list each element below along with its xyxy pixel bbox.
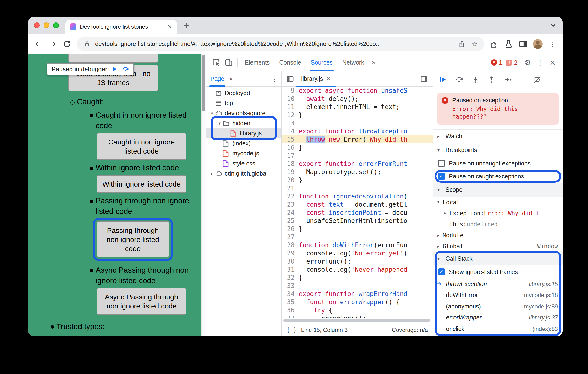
share-icon[interactable] — [458, 40, 466, 48]
line-number[interactable]: 16 — [282, 143, 299, 152]
code-line[interactable]: 13 — [282, 119, 433, 127]
address-bar[interactable]: devtools-ignore-list-stories.glitch.me/#… — [77, 37, 484, 51]
code-line[interactable]: 32} — [282, 274, 433, 282]
settings-gear-icon[interactable]: ⚙ — [522, 56, 534, 69]
tab-close-icon[interactable]: × — [166, 23, 173, 30]
call-stack-frame[interactable]: onclick(index):83 — [433, 323, 563, 334]
lock-icon[interactable] — [83, 40, 91, 48]
scope-expand-icon[interactable]: ▾ — [437, 200, 443, 204]
forward-icon[interactable] — [48, 40, 57, 48]
line-number[interactable]: 31 — [282, 266, 299, 274]
code-line[interactable]: 29 console.log('No error yet') — [282, 249, 433, 257]
overlay-resume-icon[interactable] — [112, 66, 118, 72]
side-panel-icon[interactable] — [519, 40, 527, 48]
issue-count-badge[interactable]: ! 2 — [506, 59, 517, 66]
browser-tab[interactable]: DevTools ignore list stories × — [65, 20, 177, 34]
call-stack-section-header[interactable]: ▾ Call Stack — [433, 252, 563, 266]
code-line[interactable]: 34export function wrapErrorHand — [282, 290, 433, 298]
breakpoint-checkbox[interactable]: ✓ — [438, 173, 445, 180]
devtools-close-icon[interactable]: × — [546, 56, 559, 69]
code-line[interactable]: 37 errorFunc(); — [282, 314, 433, 318]
toggle-navigator-panel-icon[interactable] — [284, 73, 296, 85]
line-number[interactable]: 14 — [282, 127, 299, 135]
minimize-window-button[interactable] — [43, 22, 49, 28]
line-number[interactable]: 10 — [282, 95, 299, 103]
step-out-icon[interactable] — [488, 75, 496, 84]
code-line[interactable]: 17 — [282, 152, 433, 160]
line-number[interactable]: 11 — [282, 103, 299, 111]
code-line[interactable]: 12} — [282, 111, 433, 119]
new-tab-button[interactable]: + — [183, 21, 190, 30]
file-tree-item[interactable]: ▾hidden — [206, 118, 281, 128]
code-line[interactable]: 20} — [282, 176, 433, 184]
code-line[interactable]: 30 errorFunc(); — [282, 257, 433, 266]
code-editor[interactable]: 9export async function unsafeS10 await d… — [282, 86, 433, 318]
code-line[interactable]: 27 — [282, 233, 433, 241]
editor-hscrollbar-thumb[interactable] — [284, 319, 430, 322]
page-button[interactable]: Caught in non ignore listed code — [96, 133, 187, 160]
step-icon[interactable] — [504, 75, 512, 84]
bookmark-star-icon[interactable]: ☆ — [470, 40, 479, 48]
line-number[interactable]: 21 — [282, 184, 299, 192]
line-number[interactable]: 29 — [282, 249, 299, 257]
call-stack-frame[interactable]: doWithErrormycode.js:18 — [433, 289, 563, 301]
overlay-step-over-icon[interactable] — [122, 65, 129, 73]
file-tree-item[interactable]: (index) — [206, 138, 281, 148]
scope-expand-icon[interactable]: ▸ — [437, 244, 443, 248]
resume-script-icon[interactable] — [439, 75, 447, 84]
tree-expand-icon[interactable]: ▾ — [217, 121, 223, 126]
code-line[interactable]: 19 Map.prototype.set(); — [282, 168, 433, 176]
watch-section-header[interactable]: ▸ Watch — [433, 129, 563, 143]
code-line[interactable]: 11 element.innerHTML = text; — [282, 103, 433, 111]
page-button[interactable]: Async Passing through non ignore listed … — [96, 288, 187, 315]
tab-elements[interactable]: Elements — [240, 54, 274, 71]
tab-sources[interactable]: Sources — [306, 54, 337, 71]
code-line[interactable]: 18export function errorFromRunt — [282, 160, 433, 168]
scope-entry[interactable]: ▸Exception: Error: Why did t — [433, 208, 563, 219]
scope-entry[interactable]: ▸GlobalWindow — [433, 241, 563, 252]
scope-expand-icon[interactable]: ▸ — [444, 211, 449, 215]
page-scrollbar[interactable] — [201, 54, 206, 336]
file-tree-item[interactable]: Deployed — [206, 88, 281, 98]
code-line[interactable]: 21 — [282, 184, 433, 192]
code-line[interactable]: 10 await delay(); — [282, 95, 433, 103]
reload-icon[interactable] — [63, 40, 71, 48]
page-button[interactable]: Passing through non ignore listed code — [96, 221, 169, 257]
line-number[interactable]: 37 — [282, 314, 299, 318]
code-line[interactable]: 31 console.log('Never happened — [282, 266, 433, 274]
line-number[interactable]: 36 — [282, 306, 299, 314]
editor-tab-close-icon[interactable]: × — [326, 75, 331, 82]
code-line[interactable]: 24 const insertionPoint = docu — [282, 209, 433, 217]
code-line[interactable]: 25 unsafeSetInnerHtml(insertio — [282, 217, 433, 225]
line-number[interactable]: 28 — [282, 241, 299, 249]
inspect-element-icon[interactable] — [210, 56, 222, 69]
file-tree-item[interactable]: library.js — [206, 128, 281, 138]
file-tree-item[interactable]: mycode.js — [206, 148, 281, 158]
devtools-menu-kebab-icon[interactable]: ⋮ — [534, 56, 546, 69]
call-stack-frame[interactable]: errorWrapperlibrary.js:37 — [433, 312, 563, 323]
line-number[interactable]: 23 — [282, 200, 299, 209]
show-ignore-listed-frames-checkbox[interactable]: ✓ — [438, 268, 445, 276]
code-line[interactable]: 9export async function unsafeS — [282, 86, 433, 95]
code-line[interactable]: 23 const text = document.getEl — [282, 200, 433, 209]
line-number[interactable]: 33 — [282, 282, 299, 290]
scope-collapse-icon[interactable]: ▾ — [437, 187, 443, 192]
file-tree-item[interactable]: ▸cdn.glitch.globa — [206, 168, 281, 178]
step-over-icon[interactable] — [455, 75, 463, 84]
line-number[interactable]: 35 — [282, 298, 299, 306]
line-number[interactable]: 13 — [282, 119, 299, 127]
step-into-icon[interactable] — [471, 75, 480, 84]
zoom-window-button[interactable] — [53, 22, 59, 28]
tab-page[interactable]: Page — [209, 71, 225, 86]
line-number[interactable]: 15 — [282, 135, 299, 143]
navigator-more-tabs-icon[interactable]: » — [229, 75, 233, 82]
call-stack-frame[interactable]: throwExceptionlibrary.js:15 — [433, 278, 563, 289]
browser-menu-kebab-icon[interactable]: ⋮ — [548, 40, 557, 48]
scope-section-header[interactable]: ▾ Scope — [433, 183, 563, 197]
line-number[interactable]: 20 — [282, 176, 299, 184]
extensions-puzzle-icon[interactable] — [490, 40, 499, 48]
tab-console[interactable]: Console — [274, 54, 306, 71]
line-number[interactable]: 25 — [282, 217, 299, 225]
code-line[interactable]: 22function ignoredcspviolation( — [282, 192, 433, 200]
line-number[interactable]: 22 — [282, 192, 299, 200]
